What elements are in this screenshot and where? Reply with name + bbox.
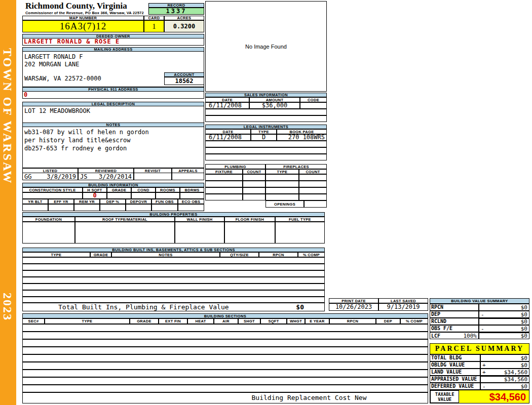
legal-description-value[interactable]: LOT 12 MEADOWBROOK: [22, 106, 204, 123]
sec-shgt-label: SHGT: [238, 318, 260, 324]
sec-dep-label: DEP: [376, 318, 400, 324]
notes-line-1: wb31-087 by will of helen n gordon: [24, 129, 149, 136]
fireplace-type-cell[interactable]: [265, 174, 299, 181]
fireplace-count-cell[interactable]: [299, 174, 327, 181]
deferred-value-cell[interactable]: - $0: [480, 383, 529, 390]
plumbing-count-cell[interactable]: [243, 194, 265, 200]
sections-empty-row: [22, 377, 428, 385]
bvs-dep-value-cell[interactable]: - $0: [479, 311, 529, 318]
sales-row-1[interactable]: 6/11/2008 $36,000: [205, 102, 327, 109]
mailing-line-1: LARGETT RONALD F: [24, 53, 83, 60]
fireplace-count-cell[interactable]: [299, 187, 327, 194]
cond-value[interactable]: [131, 192, 156, 199]
bvs-obsfe-label: OBS F/E: [430, 325, 479, 332]
record-value[interactable]: 1337: [148, 8, 204, 15]
fireplace-type-cell[interactable]: [265, 181, 299, 187]
sec-whgt-label: WHGT: [287, 318, 305, 324]
depovr-value[interactable]: [126, 204, 151, 211]
effyr-value[interactable]: [48, 204, 74, 211]
taxable-value[interactable]: $34,560: [459, 390, 529, 403]
land-value-cell[interactable]: + $34,560: [480, 369, 529, 376]
sales-empty-row: [205, 115, 327, 122]
fireplace-count-cell[interactable]: [299, 194, 327, 200]
total-bldg-value: $0: [521, 355, 527, 361]
physical-911-value[interactable]: 0: [22, 91, 204, 99]
foundation-value[interactable]: [22, 222, 75, 244]
building-info-title: BUILDING INFORMATION: [22, 183, 204, 187]
card-label: CARD: [144, 16, 164, 20]
fireplace-type-cell[interactable]: [265, 187, 299, 194]
yrblt-value[interactable]: [22, 204, 48, 211]
appraised-value: $34,560: [504, 376, 527, 383]
reviewed-date: 3/20/2014: [99, 173, 132, 180]
acres-value[interactable]: 0.3200: [164, 20, 204, 32]
built-ins-empty-row: [22, 277, 325, 284]
fuel-type-value[interactable]: [275, 222, 325, 244]
floor-finish-label: FLOOR FINISH: [224, 217, 275, 222]
parcel-row-deferred: DEFERRED VALUE - $0: [430, 383, 529, 390]
sec-extfin-label: EXT FIN: [159, 318, 187, 324]
funobs-value[interactable]: [151, 204, 178, 211]
bdrms-value[interactable]: [180, 192, 204, 199]
bvs-rclnd-value-cell[interactable]: $0: [479, 318, 529, 325]
wall-finish-value[interactable]: [175, 222, 224, 244]
bi-rpcn-label: RPCN: [259, 252, 298, 257]
reviewed-value[interactable]: JS 3/20/2014: [78, 173, 134, 180]
sections-empty-row: [22, 332, 428, 339]
taxable-value-row: TAXABLE VALUE $34,560: [430, 390, 529, 403]
bvs-lcf-value-cell[interactable]: $0: [479, 332, 529, 339]
appeals-value[interactable]: [172, 173, 204, 180]
plumbing-fireplaces-row: [205, 181, 327, 187]
listed-value[interactable]: GG 3/8/2019: [22, 173, 78, 180]
ecoobs-value[interactable]: [178, 204, 204, 211]
effyr-label: EFF YR: [48, 199, 74, 204]
grade-value[interactable]: [107, 192, 131, 199]
foundation-label: FOUNDATION: [22, 217, 75, 222]
print-date-value: 10/26/2023: [329, 303, 378, 311]
deppct-value[interactable]: [100, 204, 126, 211]
print-date-label: PRINT DATE: [329, 298, 378, 303]
card-value[interactable]: 1: [144, 20, 164, 32]
sales-code-label: CODE: [300, 97, 327, 102]
plumbing-count-cell[interactable]: [243, 174, 265, 181]
obldg-value-cell[interactable]: + $0: [480, 361, 529, 369]
bvs-row-obsfe: OBS F/E - $0: [430, 325, 529, 332]
plumbing-fireplaces-row: [205, 187, 327, 194]
fixture-cell[interactable]: [205, 181, 243, 187]
instruments-row-1[interactable]: 6/11/2008 D 270 108WRS: [205, 134, 327, 141]
fixture-cell[interactable]: [205, 194, 243, 200]
notes-box[interactable]: wb31-087 by will of helen n gordon per h…: [22, 127, 204, 168]
deeded-owner-value[interactable]: LARGETT RONALD & ROSE E: [22, 38, 204, 46]
plumbing-count-cell[interactable]: [243, 187, 265, 194]
total-bldg-value-cell[interactable]: $0: [480, 354, 529, 361]
print-saved-header: PRINT DATE LAST SAVED: [329, 298, 428, 303]
fireplace-type-cell[interactable]: [265, 194, 299, 200]
instruments-empty-row: [205, 147, 327, 154]
ecoobs-label: ECO OBS: [178, 199, 204, 204]
hsqft-value[interactable]: 0: [83, 192, 107, 199]
print-saved-values: 10/26/2023 9/13/2019: [329, 303, 428, 311]
fixture-cell[interactable]: [205, 174, 243, 181]
appraised-value-cell[interactable]: $34,560: [480, 376, 529, 383]
account-value[interactable]: 18562: [164, 77, 204, 85]
remyr-value[interactable]: [74, 204, 100, 211]
roof-value[interactable]: [75, 222, 175, 244]
building-props-header: FOUNDATION ROOF TYPE/MATERIAL WALL FINIS…: [22, 217, 325, 222]
sales-date-value: 6/11/2008: [205, 102, 249, 109]
fireplace-count-cell[interactable]: [299, 181, 327, 187]
construction-style-value[interactable]: [22, 192, 83, 199]
map-number-value[interactable]: 16A3(7)12: [22, 20, 144, 32]
sections-empty-row: [22, 362, 428, 370]
floor-finish-value[interactable]: [224, 222, 275, 244]
rooms-value[interactable]: [156, 192, 180, 199]
plumbing-count-cell[interactable]: [243, 181, 265, 187]
sec-sqft-label: SQFT: [260, 318, 287, 324]
bvs-obsfe-value-cell[interactable]: - $0: [479, 325, 529, 332]
fixture-cell[interactable]: [205, 187, 243, 194]
built-ins-total-value[interactable]: $0: [296, 303, 304, 311]
bi-notes-label: NOTES: [111, 252, 220, 257]
bvs-rpcn-value-cell[interactable]: $0: [479, 304, 529, 311]
openings-value[interactable]: [304, 200, 327, 208]
fixture-label: FIXTURE: [205, 169, 243, 174]
revisit-value[interactable]: [134, 173, 172, 180]
